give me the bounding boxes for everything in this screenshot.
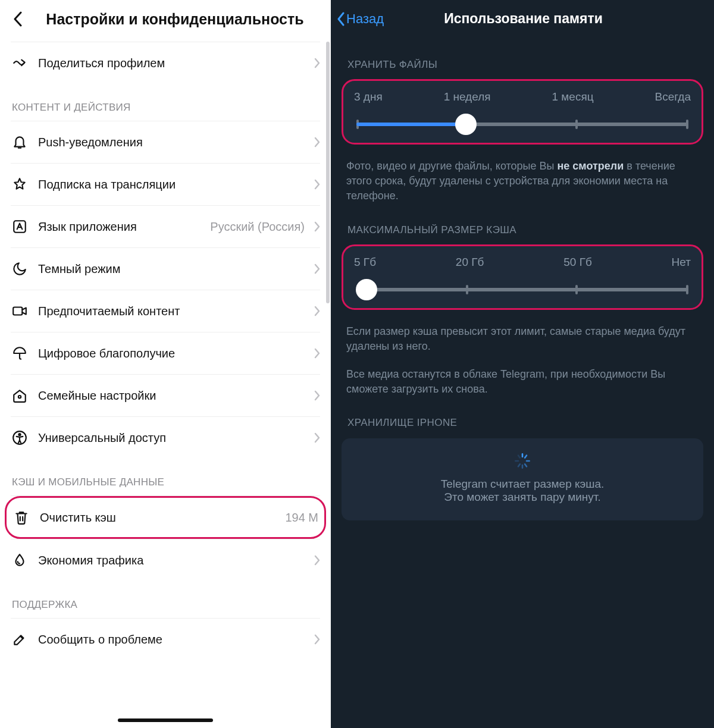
storage-line-1: Telegram считает размер кэша.	[352, 478, 693, 491]
chevron-right-icon	[314, 348, 320, 359]
svg-line-6	[525, 456, 527, 458]
storage-calculating-card: Telegram считает размер кэша. Это может …	[342, 438, 703, 520]
row-label: Предпочитаемый контент	[38, 305, 305, 318]
star-icon	[11, 175, 29, 193]
row-value: 194 M	[285, 511, 318, 525]
slider-label: 20 Гб	[456, 256, 484, 269]
max-cache-slider[interactable]	[356, 288, 688, 291]
right-header: Назад Использование памяти	[331, 0, 714, 39]
left-pane-settings: Настройки и конфиденциальность Поделитьс…	[0, 0, 331, 728]
chevron-right-icon	[314, 179, 320, 190]
section-header-storage: ХРАНИЛИЩЕ IPHONE	[331, 397, 714, 435]
share-icon	[11, 54, 29, 72]
moon-icon	[11, 260, 29, 278]
chevron-right-icon	[314, 263, 320, 274]
chevron-right-icon	[314, 306, 320, 316]
row-label: Подписка на трансляции	[38, 178, 305, 192]
row-live-subscribe[interactable]: Подписка на трансляции	[0, 164, 331, 205]
accessibility-icon	[11, 429, 29, 447]
chevron-left-icon	[13, 11, 23, 27]
slider-labels: 5 Гб 20 Гб 50 Гб Нет	[352, 256, 693, 278]
chevron-right-icon	[314, 634, 320, 645]
row-label: Push-уведомления	[38, 136, 305, 149]
camera-icon	[11, 302, 29, 320]
spinner-icon	[514, 453, 531, 469]
storage-line-2: Это может занять пару минут.	[352, 491, 693, 504]
row-label: Универсальный доступ	[38, 431, 305, 445]
row-dark-mode[interactable]: Темный режим	[0, 248, 331, 290]
chevron-right-icon	[314, 432, 320, 443]
section-header-max-cache: МАКСИМАЛЬНЫЙ РАЗМЕР КЭША	[331, 204, 714, 242]
row-label: Очистить кэш	[40, 511, 275, 525]
water-drop-icon	[11, 551, 29, 569]
row-data-saving[interactable]: Экономия трафика	[0, 539, 331, 581]
slider-label: Нет	[672, 256, 691, 269]
svg-line-8	[525, 465, 527, 467]
scrollbar[interactable]	[326, 42, 330, 303]
row-family-settings[interactable]: Семейные настройки	[0, 375, 331, 416]
row-label: Язык приложения	[38, 220, 201, 234]
right-pane-storage: Назад Использование памяти ХРАНИТЬ ФАЙЛЫ…	[331, 0, 714, 728]
slider-thumb[interactable]	[356, 279, 377, 300]
keep-files-slider[interactable]	[356, 123, 688, 126]
section-header-content: КОНТЕНТ И ДЕЙСТВИЯ	[0, 84, 331, 121]
keep-files-slider-block: 3 дня 1 неделя 1 месяц Всегда	[342, 79, 703, 145]
home-indicator[interactable]	[118, 718, 213, 722]
back-button[interactable]	[7, 8, 29, 30]
row-push-notifications[interactable]: Push-уведомления	[0, 121, 331, 163]
slider-label: 3 дня	[354, 90, 383, 103]
row-label: Поделиться профилем	[38, 57, 305, 70]
chevron-right-icon	[314, 137, 320, 148]
row-app-language[interactable]: Язык приложения Русский (Россия)	[0, 206, 331, 247]
slider-label: 50 Гб	[563, 256, 592, 269]
section-header-keep-files: ХРАНИТЬ ФАЙЛЫ	[331, 39, 714, 77]
row-digital-wellbeing[interactable]: Цифровое благополучие	[0, 332, 331, 374]
edit-icon	[11, 630, 29, 648]
row-share-profile[interactable]: Поделиться профилем	[0, 42, 331, 84]
page-title: Настройки и конфиденциальность	[29, 11, 321, 28]
svg-line-10	[518, 465, 520, 467]
row-label: Сообщить о проблеме	[38, 633, 305, 647]
svg-point-2	[18, 396, 21, 398]
row-report-problem[interactable]: Сообщить о проблеме	[0, 619, 331, 660]
slider-label: 5 Гб	[354, 256, 376, 269]
chevron-right-icon	[314, 221, 320, 232]
svg-point-4	[18, 434, 20, 435]
row-label: Цифровое благополучие	[38, 347, 305, 360]
max-cache-desc-1: Если размер кэша превысит этот лимит, са…	[331, 312, 714, 354]
home-icon	[11, 387, 29, 404]
svg-line-12	[518, 456, 520, 458]
row-label: Семейные настройки	[38, 389, 305, 403]
page-title: Использование памяти	[342, 11, 704, 27]
slider-label: Всегда	[654, 90, 690, 103]
row-value: Русский (Россия)	[210, 220, 305, 234]
chevron-right-icon	[314, 390, 320, 401]
max-cache-desc-2: Все медиа останутся в облаке Telegram, п…	[331, 354, 714, 397]
trash-icon	[12, 509, 30, 526]
language-icon	[11, 218, 29, 236]
chevron-right-icon	[314, 58, 320, 68]
chevron-right-icon	[314, 555, 320, 566]
slider-labels: 3 дня 1 неделя 1 месяц Всегда	[352, 90, 693, 113]
slider-label: 1 неделя	[444, 90, 491, 103]
umbrella-icon	[11, 344, 29, 362]
max-cache-slider-block: 5 Гб 20 Гб 50 Гб Нет	[342, 244, 703, 310]
left-header: Настройки и конфиденциальность	[0, 0, 331, 42]
row-preferred-content[interactable]: Предпочитаемый контент	[0, 290, 331, 332]
section-header-support: ПОДДЕРЖКА	[0, 581, 331, 618]
row-label: Экономия трафика	[38, 554, 305, 567]
row-label: Темный режим	[38, 262, 305, 276]
row-clear-cache[interactable]: Очистить кэш 194 M	[5, 496, 326, 539]
section-header-cache: КЭШ И МОБИЛЬНЫЕ ДАННЫЕ	[0, 459, 331, 495]
keep-files-description: Фото, видео и другие файлы, которые Вы н…	[331, 147, 714, 204]
slider-label: 1 месяц	[552, 90, 593, 103]
bell-icon	[11, 133, 29, 151]
svg-rect-1	[13, 307, 22, 315]
slider-thumb[interactable]	[455, 114, 477, 135]
row-accessibility[interactable]: Универсальный доступ	[0, 417, 331, 459]
